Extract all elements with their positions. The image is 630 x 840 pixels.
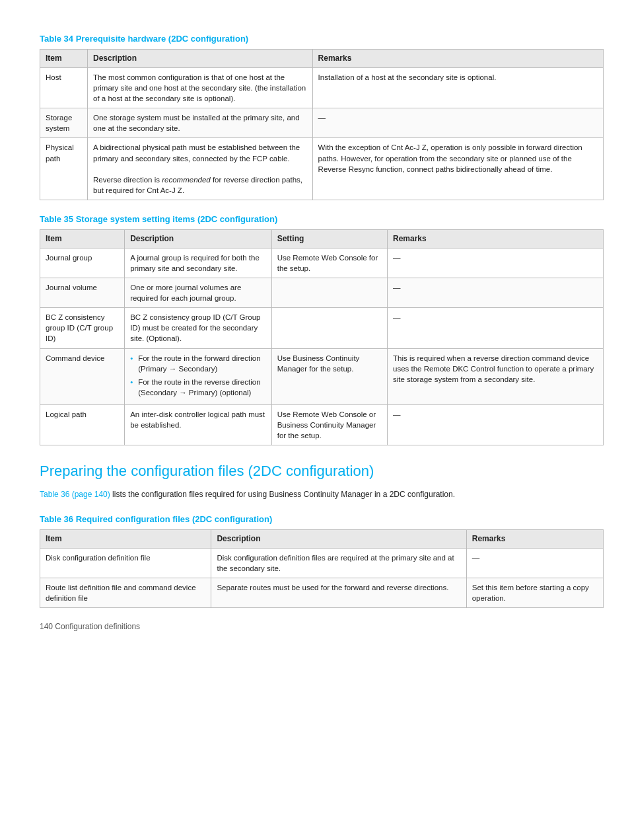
- table34-col-remarks: Remarks: [312, 50, 603, 68]
- cell-item: Logical path: [40, 404, 125, 445]
- cell-setting: Use Remote Web Console or Business Conti…: [271, 404, 387, 445]
- list-item: For the route in the reverse direction (…: [130, 377, 266, 398]
- cell-remarks: —: [466, 549, 603, 578]
- table36-col-description: Description: [211, 530, 466, 549]
- cell-item: Journal volume: [40, 278, 125, 308]
- cell-description: A bidirectional physical path must be es…: [88, 138, 313, 200]
- cell-remarks: —: [388, 404, 604, 445]
- cell-desc-part1: A bidirectional physical path must be es…: [93, 143, 300, 162]
- table-row: Command device For the route in the forw…: [40, 348, 604, 404]
- section-heading: Preparing the configuration files (2DC c…: [40, 461, 604, 482]
- cell-remarks: This is required when a reverse directio…: [388, 348, 604, 404]
- table-row: Storage system One storage system must b…: [40, 108, 604, 138]
- table-row: BC Z consistency group ID (C/T group ID)…: [40, 308, 604, 348]
- intro-paragraph: Table 36 (page 140) lists the configurat…: [40, 488, 604, 500]
- table-row: Physical path A bidirectional physical p…: [40, 138, 604, 200]
- cell-item: Disk configuration definition file: [40, 549, 211, 578]
- table-row: Journal group A journal group is require…: [40, 248, 604, 278]
- cell-item: Storage system: [40, 108, 88, 138]
- cell-setting: [271, 308, 387, 348]
- cell-setting: [271, 278, 387, 308]
- table35-col-description: Description: [125, 230, 272, 248]
- table-row: Logical path An inter-disk controller lo…: [40, 404, 604, 445]
- cell-description: A journal group is required for both the…: [125, 248, 272, 278]
- cell-remarks: Set this item before starting a copy ope…: [466, 578, 603, 608]
- table35-title: Table 35 Storage system setting items (2…: [40, 213, 604, 225]
- table-row: Journal volume One or more journal volum…: [40, 278, 604, 308]
- intro-text: lists the configuration files required f…: [110, 490, 455, 499]
- cell-description: An inter-disk controller logical path mu…: [125, 404, 272, 445]
- cell-description: For the route in the forward direction (…: [125, 348, 272, 404]
- cell-description: One or more journal volumes are required…: [125, 278, 272, 308]
- table-row: Disk configuration definition file Disk …: [40, 549, 604, 578]
- cell-remarks: —: [312, 108, 603, 138]
- cell-item: Physical path: [40, 138, 88, 200]
- cell-description: Disk configuration definition files are …: [211, 549, 466, 578]
- table36-link[interactable]: Table 36 (page 140): [40, 490, 110, 499]
- cell-description: The most common configuration is that of…: [88, 67, 313, 108]
- table35: Item Description Setting Remarks Journal…: [40, 229, 604, 445]
- list-item: For the route in the forward direction (…: [130, 353, 266, 374]
- cell-description: BC Z consistency group ID (C/T Group ID)…: [125, 308, 272, 348]
- cell-setting: Use Remote Web Console for the setup.: [271, 248, 387, 278]
- table-row: Host The most common configuration is th…: [40, 67, 604, 108]
- cell-setting: Use Business Continuity Manager for the …: [271, 348, 387, 404]
- table36: Item Description Remarks Disk configurat…: [40, 529, 604, 608]
- table36-col-remarks: Remarks: [466, 530, 603, 549]
- cell-description: One storage system must be installed at …: [88, 108, 313, 138]
- table34-col-item: Item: [40, 50, 88, 68]
- cell-item: Route list definition file and command d…: [40, 578, 211, 608]
- cell-remarks: —: [388, 248, 604, 278]
- cell-item: Journal group: [40, 248, 125, 278]
- cell-description: Separate routes must be used for the for…: [211, 578, 466, 608]
- cell-remarks: Installation of a host at the secondary …: [312, 67, 603, 108]
- footer: 140 Configuration definitions: [40, 621, 604, 632]
- cell-item: BC Z consistency group ID (C/T group ID): [40, 308, 125, 348]
- table34: Item Description Remarks Host The most c…: [40, 49, 604, 200]
- table36-col-item: Item: [40, 530, 211, 549]
- cell-remarks: With the exception of Cnt Ac-J Z, operat…: [312, 138, 603, 200]
- table34-title: Table 34 Prerequisite hardware (2DC conf…: [40, 33, 604, 45]
- table35-col-remarks: Remarks: [388, 230, 604, 248]
- cell-item: Host: [40, 67, 88, 108]
- table35-col-item: Item: [40, 230, 125, 248]
- cell-remarks: —: [388, 308, 604, 348]
- cell-remarks: —: [388, 278, 604, 308]
- table34-col-description: Description: [88, 50, 313, 68]
- table35-col-setting: Setting: [271, 230, 387, 248]
- table36-title: Table 36 Required configuration files (2…: [40, 514, 604, 525]
- cell-item: Command device: [40, 348, 125, 404]
- table-row: Route list definition file and command d…: [40, 578, 604, 608]
